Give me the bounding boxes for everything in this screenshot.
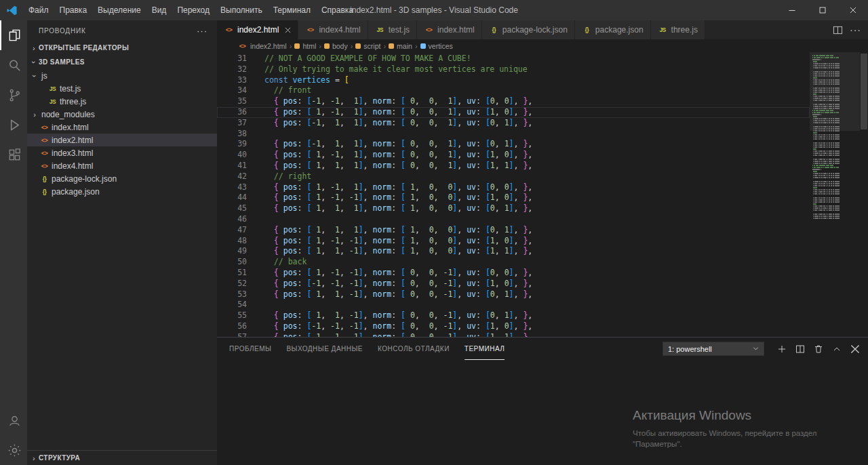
- tree-item-index-html[interactable]: <>index.html: [27, 121, 217, 134]
- breadcrumb-item-vertices[interactable]: vertices: [420, 42, 453, 50]
- section-outline[interactable]: › СТРУКТУРА: [27, 450, 217, 465]
- tree-item-index4-html[interactable]: <>index4.html: [27, 159, 217, 172]
- symbol-icon: [324, 43, 330, 49]
- code-line-38[interactable]: 38: [217, 129, 810, 140]
- activity-source-control[interactable]: [0, 80, 27, 110]
- tab-index-html[interactable]: <>index.html: [417, 20, 482, 39]
- code-line-47[interactable]: 47 { pos: [ 1, 1, 1], norm: [ 1, 0, 0], …: [217, 225, 810, 236]
- breadcrumb-item-index2-html[interactable]: <>index2.html: [237, 42, 287, 50]
- new-terminal-button[interactable]: [777, 344, 787, 354]
- tab-label: test.js: [389, 25, 410, 35]
- code-line-36[interactable]: 36 { pos: [ 1, -1, 1], norm: [ 0, 0, 1],…: [217, 107, 810, 118]
- code-line-45[interactable]: 45 { pos: [ 1, 1, 1], norm: [ 1, 0, 0], …: [217, 203, 810, 214]
- minimap[interactable]: [810, 52, 860, 337]
- code-line-57[interactable]: 57 { pos: [-1, 1, -1], norm: [ 0, 0, -1]…: [217, 332, 810, 337]
- split-editor-button[interactable]: [833, 25, 843, 35]
- close-icon[interactable]: [285, 27, 291, 33]
- editor-more-actions-button[interactable]: ···: [850, 24, 861, 35]
- minimap-slider[interactable]: [810, 52, 860, 131]
- code-line-33[interactable]: 33const vertices = [: [217, 75, 810, 86]
- activity-search[interactable]: [0, 50, 27, 80]
- code-line-41[interactable]: 41 { pos: [ 1, 1, 1], norm: [ 0, 0, 1], …: [217, 161, 810, 171]
- menu-edit[interactable]: Правка: [54, 0, 93, 20]
- code-line-48[interactable]: 48 { pos: [ 1, -1, -1], norm: [ 1, 0, 0]…: [217, 236, 810, 247]
- code-line-51[interactable]: 51 { pos: [ 1, -1, -1], norm: [ 0, 0, -1…: [217, 268, 810, 279]
- breadcrumb-label: vertices: [429, 42, 453, 50]
- close-window-button[interactable]: [837, 0, 868, 20]
- code-line-35[interactable]: 35 { pos: [-1, -1, 1], norm: [ 0, 0, 1],…: [217, 96, 810, 107]
- kill-terminal-button[interactable]: [814, 344, 823, 354]
- code-line-46[interactable]: 46: [217, 214, 810, 225]
- split-terminal-button[interactable]: [795, 344, 805, 354]
- breadcrumb-item-script[interactable]: script: [355, 42, 380, 50]
- panel-tab-output[interactable]: ВЫХОДНЫЕ ДАННЫЕ: [286, 338, 363, 360]
- code-line-42[interactable]: 42 // right: [217, 171, 810, 182]
- menu-file[interactable]: Файл: [23, 0, 54, 20]
- code-line-32[interactable]: 32// Only trying to make it clear most v…: [217, 64, 810, 75]
- breadcrumb-label: main: [397, 42, 412, 50]
- code-line-34[interactable]: 34 // front: [217, 85, 810, 96]
- line-number: 34: [217, 85, 247, 96]
- code-line-54[interactable]: 54: [217, 300, 810, 310]
- terminal-content[interactable]: Активация Windows Чтобы активировать Win…: [217, 360, 868, 465]
- tab-index4-html[interactable]: <>index4.html: [298, 20, 368, 39]
- tree-item-node-modules[interactable]: ›node_modules: [27, 108, 217, 121]
- activity-account[interactable]: [0, 405, 27, 435]
- activity-extensions[interactable]: [0, 140, 27, 169]
- tab-package-json[interactable]: {}package.json: [575, 20, 651, 39]
- tree-item-test-js[interactable]: JStest.js: [27, 82, 217, 95]
- tree-item-js[interactable]: ›js: [27, 69, 217, 82]
- line-number: 31: [217, 54, 247, 64]
- activity-run-debug[interactable]: [0, 110, 27, 140]
- run-debug-icon: [7, 117, 22, 133]
- section-open-editors[interactable]: › ОТКРЫТЫЕ РЕДАКТОРЫ: [27, 41, 217, 55]
- maximize-button[interactable]: [807, 0, 837, 20]
- tab-package-lock-json[interactable]: {}package-lock.json: [482, 20, 575, 39]
- panel-tab-problems[interactable]: ПРОБЛЕМЫ: [229, 338, 271, 360]
- code-line-52[interactable]: 52 { pos: [-1, -1, -1], norm: [ 0, 0, -1…: [217, 279, 810, 289]
- code-line-39[interactable]: 39 { pos: [-1, 1, 1], norm: [ 0, 0, 1], …: [217, 139, 810, 150]
- code-line-53[interactable]: 53 { pos: [ 1, 1, -1], norm: [ 0, 0, -1]…: [217, 289, 810, 300]
- menu-view[interactable]: Вид: [146, 0, 172, 20]
- html-file-icon: <>: [39, 163, 50, 169]
- code-line-56[interactable]: 56 { pos: [-1, -1, -1], norm: [ 0, 0, -1…: [217, 321, 810, 332]
- tab-index2-html[interactable]: <>index2.html: [217, 20, 298, 39]
- maximize-panel-button[interactable]: [832, 344, 842, 354]
- minimize-button[interactable]: [776, 0, 807, 20]
- tree-item-index3-html[interactable]: <>index3.html: [27, 146, 217, 159]
- tab-test-js[interactable]: JStest.js: [368, 20, 417, 39]
- menu-go[interactable]: Переход: [172, 0, 215, 20]
- code-line-55[interactable]: 55 { pos: [ 1, 1, -1], norm: [ 0, 0, -1]…: [217, 310, 810, 321]
- code-line-44[interactable]: 44 { pos: [ 1, -1, -1], norm: [ 1, 0, 0]…: [217, 193, 810, 203]
- code-line-37[interactable]: 37 { pos: [-1, 1, 1], norm: [ 0, 0, 1], …: [217, 118, 810, 129]
- activity-settings[interactable]: [0, 435, 27, 465]
- code-line-31[interactable]: 31// NOT A GOOD EXAMPLE OF HOW TO MAKE A…: [217, 54, 810, 64]
- code-lines[interactable]: 31// NOT A GOOD EXAMPLE OF HOW TO MAKE A…: [217, 52, 810, 337]
- code-line-50[interactable]: 50 // back: [217, 257, 810, 268]
- code-line-43[interactable]: 43 { pos: [ 1, -1, 1], norm: [ 1, 0, 0],…: [217, 182, 810, 193]
- code-line-40[interactable]: 40 { pos: [ 1, -1, 1], norm: [ 0, 0, 1],…: [217, 150, 810, 161]
- menu-run[interactable]: Выполнить: [215, 0, 268, 20]
- menu-terminal[interactable]: Терминал: [268, 0, 316, 20]
- close-panel-button[interactable]: [850, 344, 860, 354]
- chevron-right-icon: ›: [29, 44, 39, 52]
- explorer-more-actions-button[interactable]: ···: [197, 26, 208, 36]
- scrollbar-thumb[interactable]: [861, 54, 867, 129]
- tree-item-package-json[interactable]: {}package.json: [27, 185, 217, 198]
- code-line-49[interactable]: 49 { pos: [ 1, 1, -1], norm: [ 1, 0, 0],…: [217, 246, 810, 257]
- menu-selection[interactable]: Выделение: [92, 0, 146, 20]
- tree-item-package-lock-json[interactable]: {}package-lock.json: [27, 172, 217, 185]
- section-project[interactable]: › 3D SAMPLES: [27, 55, 217, 69]
- panel-tab-debug-console[interactable]: КОНСОЛЬ ОТЛАДКИ: [378, 338, 450, 360]
- panel-tab-terminal[interactable]: ТЕРМИНАЛ: [465, 338, 505, 360]
- activity-explorer[interactable]: [0, 20, 27, 50]
- tab-three-js[interactable]: JSthree.js: [651, 20, 705, 39]
- breadcrumb-item-body[interactable]: body: [324, 42, 348, 50]
- breadcrumb-item-main[interactable]: main: [389, 42, 412, 50]
- tree-item-index2-html[interactable]: <>index2.html: [27, 134, 217, 146]
- terminal-shell-select[interactable]: 1: powershell: [663, 342, 764, 356]
- editor-scrollbar[interactable]: [860, 52, 868, 337]
- breadcrumb-item-html[interactable]: html: [294, 42, 316, 50]
- tree-item-three-js[interactable]: JSthree.js: [27, 95, 217, 108]
- line-number: 41: [217, 161, 247, 171]
